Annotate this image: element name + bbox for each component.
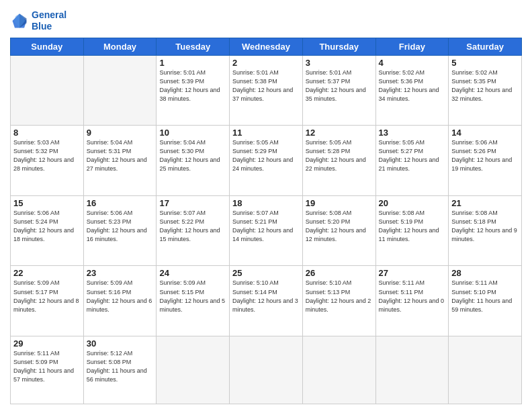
calendar-cell: 28Sunrise: 5:11 AMSunset: 5:10 PMDayligh… bbox=[449, 266, 522, 336]
calendar-cell: 10Sunrise: 5:04 AMSunset: 5:30 PMDayligh… bbox=[157, 126, 230, 196]
day-number: 22 bbox=[13, 268, 81, 278]
day-number: 10 bbox=[159, 128, 226, 138]
calendar-cell: 8Sunrise: 5:03 AMSunset: 5:32 PMDaylight… bbox=[11, 126, 84, 196]
day-number: 13 bbox=[379, 128, 446, 138]
day-number: 15 bbox=[13, 198, 81, 208]
day-info: Sunrise: 5:04 AMSunset: 5:31 PMDaylight:… bbox=[87, 138, 154, 173]
day-number: 9 bbox=[87, 128, 154, 138]
weekday-header-sunday: Sunday bbox=[11, 38, 84, 55]
day-number: 14 bbox=[451, 128, 519, 138]
day-info: Sunrise: 5:01 AMSunset: 5:39 PMDaylight:… bbox=[159, 68, 226, 103]
calendar-cell: 3Sunrise: 5:01 AMSunset: 5:37 PMDaylight… bbox=[302, 55, 375, 126]
day-info: Sunrise: 5:02 AMSunset: 5:36 PMDaylight:… bbox=[379, 68, 446, 103]
day-info: Sunrise: 5:06 AMSunset: 5:24 PMDaylight:… bbox=[13, 209, 81, 244]
day-number: 5 bbox=[451, 58, 519, 68]
day-number: 17 bbox=[159, 198, 226, 208]
day-number: 4 bbox=[379, 58, 446, 68]
day-number: 20 bbox=[379, 198, 446, 208]
day-info: Sunrise: 5:05 AMSunset: 5:29 PMDaylight:… bbox=[232, 138, 300, 173]
calendar-cell: 16Sunrise: 5:06 AMSunset: 5:23 PMDayligh… bbox=[83, 195, 157, 266]
day-info: Sunrise: 5:09 AMSunset: 5:17 PMDaylight:… bbox=[13, 279, 81, 314]
calendar-week-row: 1Sunrise: 5:01 AMSunset: 5:39 PMDaylight… bbox=[11, 55, 522, 126]
weekday-header-row: SundayMondayTuesdayWednesdayThursdayFrid… bbox=[11, 38, 522, 55]
day-info: Sunrise: 5:05 AMSunset: 5:28 PMDaylight:… bbox=[306, 138, 373, 173]
day-info: Sunrise: 5:01 AMSunset: 5:37 PMDaylight:… bbox=[306, 68, 373, 103]
day-info: Sunrise: 5:11 AMSunset: 5:09 PMDaylight:… bbox=[13, 349, 81, 384]
weekday-header-thursday: Thursday bbox=[302, 38, 375, 55]
day-info: Sunrise: 5:09 AMSunset: 5:16 PMDaylight:… bbox=[87, 279, 154, 314]
calendar-cell: 29Sunrise: 5:11 AMSunset: 5:09 PMDayligh… bbox=[11, 336, 84, 404]
day-number: 18 bbox=[232, 198, 300, 208]
calendar-cell: 12Sunrise: 5:05 AMSunset: 5:28 PMDayligh… bbox=[302, 126, 375, 196]
day-number: 8 bbox=[13, 128, 81, 138]
page: General Blue SundayMondayTuesdayWednesda… bbox=[0, 0, 532, 411]
header: General Blue bbox=[10, 7, 522, 32]
calendar-cell: 13Sunrise: 5:05 AMSunset: 5:27 PMDayligh… bbox=[375, 126, 449, 196]
calendar-cell: 4Sunrise: 5:02 AMSunset: 5:36 PMDaylight… bbox=[375, 55, 449, 126]
day-number: 19 bbox=[306, 198, 373, 208]
calendar-cell bbox=[302, 336, 375, 404]
calendar-cell: 22Sunrise: 5:09 AMSunset: 5:17 PMDayligh… bbox=[11, 266, 84, 336]
day-number: 27 bbox=[379, 268, 446, 278]
day-number: 28 bbox=[451, 268, 519, 278]
day-info: Sunrise: 5:06 AMSunset: 5:23 PMDaylight:… bbox=[87, 209, 154, 244]
day-number: 2 bbox=[232, 58, 300, 68]
day-number: 23 bbox=[87, 268, 154, 278]
calendar-cell: 2Sunrise: 5:01 AMSunset: 5:38 PMDaylight… bbox=[230, 55, 303, 126]
day-number: 11 bbox=[232, 128, 300, 138]
calendar-cell bbox=[157, 336, 230, 404]
weekday-header-friday: Friday bbox=[375, 38, 449, 55]
day-info: Sunrise: 5:08 AMSunset: 5:19 PMDaylight:… bbox=[379, 209, 446, 244]
calendar-cell bbox=[11, 55, 84, 126]
calendar-cell: 23Sunrise: 5:09 AMSunset: 5:16 PMDayligh… bbox=[83, 266, 157, 336]
weekday-header-tuesday: Tuesday bbox=[157, 38, 230, 55]
day-info: Sunrise: 5:02 AMSunset: 5:35 PMDaylight:… bbox=[451, 68, 519, 103]
day-info: Sunrise: 5:11 AMSunset: 5:11 PMDaylight:… bbox=[379, 279, 446, 314]
day-info: Sunrise: 5:10 AMSunset: 5:14 PMDaylight:… bbox=[232, 279, 300, 314]
calendar-week-row: 29Sunrise: 5:11 AMSunset: 5:09 PMDayligh… bbox=[11, 336, 522, 404]
calendar-cell: 17Sunrise: 5:07 AMSunset: 5:22 PMDayligh… bbox=[157, 195, 230, 266]
calendar-cell bbox=[449, 336, 522, 404]
calendar-cell: 15Sunrise: 5:06 AMSunset: 5:24 PMDayligh… bbox=[11, 195, 84, 266]
calendar-cell: 21Sunrise: 5:08 AMSunset: 5:18 PMDayligh… bbox=[449, 195, 522, 266]
day-number: 29 bbox=[13, 338, 81, 349]
calendar-cell: 9Sunrise: 5:04 AMSunset: 5:31 PMDaylight… bbox=[83, 126, 157, 196]
weekday-header-saturday: Saturday bbox=[449, 38, 522, 55]
calendar-week-row: 22Sunrise: 5:09 AMSunset: 5:17 PMDayligh… bbox=[11, 266, 522, 336]
day-info: Sunrise: 5:06 AMSunset: 5:26 PMDaylight:… bbox=[451, 138, 519, 173]
weekday-header-monday: Monday bbox=[83, 38, 157, 55]
day-info: Sunrise: 5:01 AMSunset: 5:38 PMDaylight:… bbox=[232, 68, 300, 103]
day-number: 26 bbox=[306, 268, 373, 278]
day-info: Sunrise: 5:07 AMSunset: 5:21 PMDaylight:… bbox=[232, 209, 300, 244]
calendar-week-row: 15Sunrise: 5:06 AMSunset: 5:24 PMDayligh… bbox=[11, 195, 522, 266]
weekday-header-wednesday: Wednesday bbox=[230, 38, 303, 55]
calendar-week-row: 8Sunrise: 5:03 AMSunset: 5:32 PMDaylight… bbox=[11, 126, 522, 196]
day-info: Sunrise: 5:08 AMSunset: 5:20 PMDaylight:… bbox=[306, 209, 373, 244]
calendar-cell: 11Sunrise: 5:05 AMSunset: 5:29 PMDayligh… bbox=[230, 126, 303, 196]
calendar-cell: 1Sunrise: 5:01 AMSunset: 5:39 PMDaylight… bbox=[157, 55, 230, 126]
calendar-cell: 26Sunrise: 5:10 AMSunset: 5:13 PMDayligh… bbox=[302, 266, 375, 336]
calendar-cell: 30Sunrise: 5:12 AMSunset: 5:08 PMDayligh… bbox=[83, 336, 157, 404]
day-info: Sunrise: 5:03 AMSunset: 5:32 PMDaylight:… bbox=[13, 138, 81, 173]
day-info: Sunrise: 5:05 AMSunset: 5:27 PMDaylight:… bbox=[379, 138, 446, 173]
calendar-cell: 20Sunrise: 5:08 AMSunset: 5:19 PMDayligh… bbox=[375, 195, 449, 266]
day-number: 3 bbox=[306, 58, 373, 68]
calendar-cell: 18Sunrise: 5:07 AMSunset: 5:21 PMDayligh… bbox=[230, 195, 303, 266]
day-number: 30 bbox=[87, 338, 154, 349]
day-number: 12 bbox=[306, 128, 373, 138]
calendar-cell: 19Sunrise: 5:08 AMSunset: 5:20 PMDayligh… bbox=[302, 195, 375, 266]
calendar-cell: 14Sunrise: 5:06 AMSunset: 5:26 PMDayligh… bbox=[449, 126, 522, 196]
day-number: 25 bbox=[232, 268, 300, 278]
day-number: 1 bbox=[159, 58, 226, 68]
calendar-table: SundayMondayTuesdayWednesdayThursdayFrid… bbox=[10, 38, 522, 404]
day-number: 16 bbox=[87, 198, 154, 208]
calendar-cell: 27Sunrise: 5:11 AMSunset: 5:11 PMDayligh… bbox=[375, 266, 449, 336]
logo-icon bbox=[10, 11, 29, 30]
day-info: Sunrise: 5:07 AMSunset: 5:22 PMDaylight:… bbox=[159, 209, 226, 244]
calendar-cell bbox=[375, 336, 449, 404]
calendar-cell bbox=[230, 336, 303, 404]
day-number: 24 bbox=[159, 268, 226, 278]
day-info: Sunrise: 5:04 AMSunset: 5:30 PMDaylight:… bbox=[159, 138, 226, 173]
calendar-cell: 5Sunrise: 5:02 AMSunset: 5:35 PMDaylight… bbox=[449, 55, 522, 126]
day-info: Sunrise: 5:08 AMSunset: 5:18 PMDaylight:… bbox=[451, 209, 519, 244]
